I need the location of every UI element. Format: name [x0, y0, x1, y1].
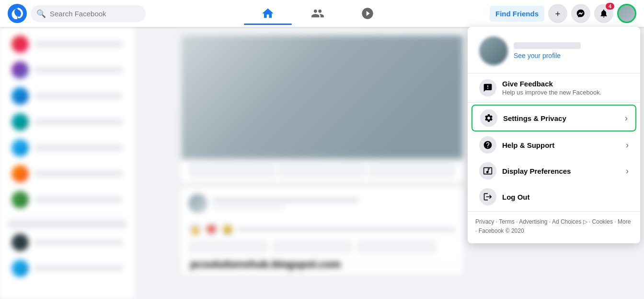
messenger-button[interactable] — [571, 4, 590, 23]
cookies-link[interactable]: Cookies — [592, 218, 613, 225]
notification-badge: 4 — [606, 3, 614, 10]
settings-privacy-item[interactable]: Settings & Privacy › — [472, 105, 636, 132]
menu-divider — [468, 102, 640, 103]
post-image — [181, 35, 463, 159]
help-chevron-icon: › — [626, 140, 629, 150]
logout-icon — [479, 188, 496, 205]
reaction-like: 👍 — [188, 223, 202, 236]
navbar: 🔍 Find Friends ＋ 4 — [0, 0, 644, 27]
reaction-text — [237, 227, 456, 232]
display-icon — [479, 162, 496, 179]
action-button — [188, 240, 268, 254]
sidebar-section-title — [8, 220, 126, 228]
watermark: pcsolutionshub.blogspot.com — [181, 254, 463, 275]
menu-profile-info: See your profile — [514, 42, 581, 60]
nav-groups-button[interactable] — [344, 2, 391, 25]
post-avatar — [188, 194, 207, 213]
give-feedback-item[interactable]: Give Feedback Help us improve the new Fa… — [472, 75, 636, 100]
sidebar-avatar — [12, 234, 29, 251]
more-link[interactable]: More — [618, 218, 631, 225]
give-feedback-title: Give Feedback — [502, 80, 629, 88]
reactions-row: 👍 ❤️ 😮 — [188, 223, 456, 236]
sidebar-item — [4, 161, 130, 186]
find-friends-button[interactable]: Find Friends — [490, 6, 544, 22]
post-card — [181, 35, 463, 182]
copyright: Facebook © 2020 — [479, 227, 524, 234]
sidebar-item-label — [34, 145, 123, 151]
sidebar — [0, 27, 134, 299]
reaction-heart: ❤️ — [205, 223, 218, 236]
search-input[interactable] — [50, 10, 140, 18]
sidebar-item — [4, 58, 130, 83]
facebook-logo[interactable] — [8, 4, 27, 23]
post-time — [212, 205, 285, 210]
settings-icon — [480, 109, 497, 127]
sidebar-item — [4, 32, 130, 57]
display-preferences-text: Display Preferences — [502, 167, 620, 175]
sidebar-item-label — [34, 197, 123, 203]
sidebar-item — [4, 187, 130, 212]
menu-profile-avatar — [479, 36, 508, 65]
logout-item[interactable]: Log Out — [472, 184, 636, 209]
sidebar-avatar — [12, 191, 29, 208]
post-body: 👍 ❤️ 😮 — [181, 223, 463, 258]
nav-home-button[interactable] — [244, 2, 292, 25]
logout-title: Log Out — [502, 193, 629, 201]
menu-footer: Privacy · Terms · Advertising · Ad Choic… — [468, 214, 640, 239]
sidebar-item-label — [34, 265, 123, 271]
menu-divider — [468, 73, 640, 73]
navbar-center — [146, 2, 490, 25]
sidebar-item — [4, 109, 130, 134]
dropdown-overlay: See your profile Give Feedback Help us i… — [0, 0, 644, 299]
sidebar-avatar — [12, 87, 29, 105]
display-preferences-title: Display Preferences — [502, 167, 620, 175]
dropdown-menu: See your profile Give Feedback Help us i… — [468, 27, 640, 243]
action-pill — [278, 163, 366, 179]
sidebar-item-label — [34, 41, 123, 47]
privacy-link[interactable]: Privacy — [475, 218, 494, 225]
post-header — [181, 188, 463, 219]
sidebar-item-label — [34, 171, 123, 177]
action-pill — [368, 163, 456, 179]
terms-link[interactable]: Terms — [499, 218, 515, 225]
help-support-text: Help & Support — [502, 141, 620, 149]
sidebar-item-label — [34, 119, 123, 125]
nav-friends-button[interactable] — [294, 2, 342, 25]
sidebar-avatar — [12, 260, 29, 277]
post-meta — [212, 197, 456, 210]
navbar-right: Find Friends ＋ 4 — [490, 4, 636, 23]
sidebar-item — [4, 230, 130, 255]
action-pill — [188, 163, 276, 179]
see-profile-link[interactable]: See your profile — [514, 52, 581, 60]
sidebar-item — [4, 256, 130, 281]
sidebar-item-label — [34, 93, 123, 99]
sidebar-item — [4, 135, 130, 160]
sidebar-avatar — [12, 139, 29, 156]
advertising-link[interactable]: Advertising — [519, 218, 547, 225]
menu-plus-button[interactable]: ＋ — [548, 4, 567, 23]
sidebar-item — [4, 84, 130, 108]
search-bar[interactable]: 🔍 — [31, 5, 146, 22]
menu-profile-row[interactable]: See your profile — [472, 33, 636, 71]
help-icon — [479, 136, 496, 154]
logout-text: Log Out — [502, 193, 629, 201]
action-button — [356, 240, 437, 254]
notifications-button[interactable]: 4 — [594, 4, 613, 23]
sidebar-item-label — [34, 67, 123, 73]
settings-privacy-text: Settings & Privacy — [503, 114, 619, 122]
give-feedback-text: Give Feedback Help us improve the new Fa… — [502, 80, 629, 96]
ad-choices-link[interactable]: Ad Choices ▷ — [552, 218, 587, 225]
display-preferences-item[interactable]: Display Preferences › — [472, 158, 636, 183]
sidebar-divider — [8, 216, 126, 216]
help-support-item[interactable]: Help & Support › — [472, 132, 636, 157]
profile-avatar-button[interactable] — [617, 4, 636, 23]
post-name — [212, 197, 358, 203]
settings-chevron-icon: › — [625, 113, 628, 123]
post-actions — [181, 159, 463, 182]
give-feedback-subtitle: Help us improve the new Facebook. — [502, 89, 629, 96]
feed: 👍 ❤️ 😮 pcsolutionshub.blogspot.com — [134, 27, 510, 299]
watermark-container: pcsolutionshub.blogspot.com — [181, 264, 463, 275]
search-icon: 🔍 — [36, 9, 46, 18]
reaction-wow: 😮 — [221, 223, 234, 236]
help-support-title: Help & Support — [502, 141, 620, 149]
